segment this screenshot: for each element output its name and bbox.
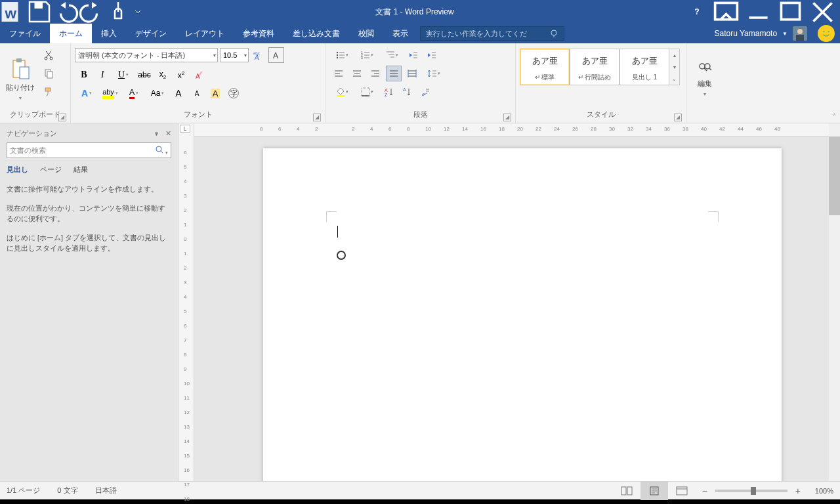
subscript-button[interactable]: x2 (155, 67, 171, 83)
tab-review[interactable]: 校閲 (349, 24, 383, 43)
save-button[interactable] (26, 0, 52, 24)
svg-rect-22 (45, 88, 51, 91)
paragraph-marks-button[interactable] (417, 84, 433, 100)
text-effects-button[interactable]: A▾ (76, 85, 97, 101)
tab-home[interactable]: ホーム (50, 24, 92, 43)
nav-tab-results[interactable]: 結果 (74, 165, 88, 175)
style-heading1[interactable]: あア亜見出し 1 (620, 49, 669, 85)
multilevel-list-button[interactable]: ▾ (381, 47, 403, 63)
zoom-out-button[interactable]: − (700, 486, 710, 496)
account-name[interactable]: Satoru Yamamoto (714, 29, 777, 38)
styles-launcher[interactable]: ◢ (674, 114, 682, 121)
tab-selector[interactable]: L (180, 125, 190, 133)
zoom-slider[interactable] (715, 490, 788, 492)
tab-file[interactable]: ファイル (0, 24, 50, 43)
nav-close-button[interactable]: ✕ (165, 129, 171, 137)
svg-point-76 (700, 64, 705, 69)
font-launcher[interactable]: ◢ (313, 114, 321, 121)
underline-button[interactable]: U▾ (113, 67, 134, 83)
align-left-button[interactable] (331, 66, 346, 81)
justify-button[interactable] (386, 66, 402, 81)
style-no-spacing[interactable]: あア亜↵ 行間詰め (570, 49, 620, 85)
vertical-ruler[interactable]: L 65432101234567891011121314151617181920… (178, 123, 194, 481)
highlight-button[interactable]: aby▾ (100, 85, 121, 101)
align-right-button[interactable] (368, 66, 383, 81)
page-count[interactable]: 1/1 ページ (7, 486, 40, 495)
tab-design[interactable]: デザイン (126, 24, 176, 43)
strikethrough-button[interactable]: abc (136, 67, 152, 83)
redo-button[interactable] (79, 0, 105, 24)
distributed-button[interactable] (404, 66, 420, 81)
bold-button[interactable]: B (76, 67, 92, 83)
show-marks-button[interactable]: A (399, 84, 415, 100)
zoom-in-button[interactable]: + (793, 486, 803, 496)
qat-customize-button[interactable] (131, 0, 144, 24)
change-case-button[interactable]: Aa▾ (147, 85, 168, 101)
character-border-button[interactable]: A (268, 47, 284, 63)
copy-button[interactable] (41, 66, 56, 81)
document-page[interactable] (263, 148, 782, 481)
sort-button[interactable]: AZ (381, 84, 396, 100)
vertical-scrollbar[interactable] (829, 123, 840, 481)
line-spacing-button[interactable]: ▾ (423, 66, 445, 81)
paragraph-launcher[interactable]: ◢ (503, 114, 511, 121)
print-layout-button[interactable] (640, 482, 668, 500)
nav-search-input[interactable]: 文書の検索 ▾ (7, 142, 171, 158)
close-button[interactable] (808, 0, 837, 24)
account-menu-arrow[interactable]: ▼ (782, 31, 788, 37)
tab-mailings[interactable]: 差し込み文書 (284, 24, 349, 43)
cut-button[interactable] (41, 47, 56, 63)
account-avatar[interactable] (793, 26, 807, 41)
decrease-indent-button[interactable] (406, 47, 421, 63)
italic-button[interactable]: I (94, 67, 110, 83)
minimize-button[interactable] (744, 0, 773, 24)
feedback-smiley-icon[interactable] (818, 25, 835, 42)
shrink-font-button[interactable]: A (189, 85, 205, 101)
collapse-ribbon-button[interactable]: ˄ (833, 113, 836, 120)
enclose-characters-button[interactable]: 字 (226, 85, 242, 101)
undo-button[interactable] (52, 0, 79, 24)
superscript-button[interactable]: x2 (173, 67, 189, 83)
tab-insert[interactable]: 挿入 (92, 24, 126, 43)
tab-view[interactable]: 表示 (383, 24, 417, 43)
nav-options-button[interactable]: ▼ (154, 131, 159, 137)
svg-rect-17 (20, 67, 29, 79)
svg-text:Z: Z (385, 93, 388, 97)
align-center-button[interactable] (349, 66, 365, 81)
grow-font-button[interactable]: A (171, 85, 186, 101)
tell-me-search[interactable]: 実行したい作業を入力してくだ (420, 26, 564, 41)
maximize-button[interactable] (776, 0, 805, 24)
styles-scroll[interactable]: ▴▾⌄ (669, 49, 680, 85)
styles-gallery[interactable]: あア亜↵ 標準 あア亜↵ 行間詰め あア亜見出し 1 ▴▾⌄ (520, 49, 680, 85)
zoom-level[interactable]: 100% (815, 487, 833, 495)
numbering-button[interactable]: 123▾ (356, 47, 378, 63)
web-layout-button[interactable] (668, 482, 696, 500)
phonetic-guide-button[interactable]: abcA (250, 47, 266, 63)
paste-button[interactable]: 貼り付け ▾ (4, 46, 37, 110)
word-count[interactable]: 0 文字 (57, 486, 77, 495)
style-normal[interactable]: あア亜↵ 標準 (520, 49, 570, 85)
nav-tab-pages[interactable]: ページ (40, 165, 62, 175)
font-size-combobox[interactable]: 10.5▾ (220, 48, 249, 62)
ribbon-display-button[interactable] (711, 0, 741, 24)
clear-formatting-button[interactable]: A (192, 67, 207, 83)
read-mode-button[interactable] (613, 482, 640, 500)
character-shading-button[interactable]: A (207, 85, 223, 101)
svg-rect-69 (362, 88, 369, 96)
format-painter-button[interactable] (41, 84, 56, 100)
tab-layout[interactable]: レイアウト (176, 24, 234, 43)
language-status[interactable]: 日本語 (95, 486, 117, 495)
nav-tab-headings[interactable]: 見出し (7, 165, 28, 175)
find-button[interactable]: 編集 ▾ (690, 46, 719, 110)
shading-button[interactable]: ▾ (331, 84, 353, 100)
increase-indent-button[interactable] (424, 47, 440, 63)
horizontal-ruler[interactable]: 8642246810121416182022242628303234363840… (194, 123, 840, 136)
font-name-combobox[interactable]: 游明朝 (本文のフォント - 日本語)▾ (75, 48, 218, 62)
tab-references[interactable]: 参考資料 (234, 24, 284, 43)
touch-mode-button[interactable] (105, 0, 131, 24)
bullets-button[interactable]: ▾ (331, 47, 353, 63)
borders-button[interactable]: ▾ (356, 84, 378, 100)
font-color-button[interactable]: A▾ (123, 85, 144, 101)
clipboard-launcher[interactable]: ◢ (58, 114, 66, 121)
help-button[interactable]: ? (685, 7, 709, 16)
